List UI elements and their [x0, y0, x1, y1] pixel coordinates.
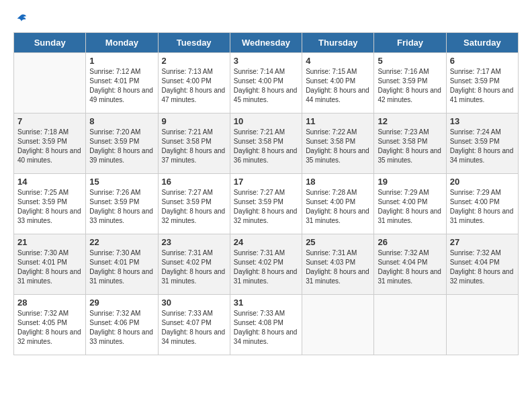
day-info: Sunrise: 7:31 AM Sunset: 4:02 PM Dayligh… [234, 248, 298, 286]
day-number: 27 [450, 237, 515, 247]
calendar-week-row: 7Sunrise: 7:18 AM Sunset: 3:59 PM Daylig… [14, 113, 519, 174]
calendar-day-cell: 14Sunrise: 7:25 AM Sunset: 3:59 PM Dayli… [14, 174, 86, 234]
day-number: 24 [234, 237, 298, 247]
day-number: 26 [378, 237, 442, 247]
calendar-day-cell: 10Sunrise: 7:21 AM Sunset: 3:58 PM Dayli… [230, 113, 302, 174]
day-number: 15 [89, 177, 154, 187]
day-info: Sunrise: 7:31 AM Sunset: 4:03 PM Dayligh… [306, 248, 370, 286]
calendar-day-cell: 26Sunrise: 7:32 AM Sunset: 4:04 PM Dayli… [374, 234, 446, 295]
day-number: 29 [89, 298, 154, 308]
calendar-day-cell: 11Sunrise: 7:22 AM Sunset: 3:58 PM Dayli… [302, 113, 374, 174]
day-number: 14 [17, 177, 82, 187]
day-info: Sunrise: 7:27 AM Sunset: 3:59 PM Dayligh… [234, 188, 298, 226]
day-info: Sunrise: 7:30 AM Sunset: 4:01 PM Dayligh… [89, 248, 154, 286]
day-number: 18 [306, 177, 370, 187]
page-header [13, 13, 519, 26]
day-info: Sunrise: 7:17 AM Sunset: 3:59 PM Dayligh… [450, 67, 515, 105]
calendar-day-cell [446, 295, 518, 355]
day-number: 31 [234, 298, 298, 308]
day-number: 30 [162, 298, 226, 308]
day-number: 9 [162, 116, 226, 126]
calendar-day-cell: 23Sunrise: 7:31 AM Sunset: 4:02 PM Dayli… [158, 234, 230, 295]
day-number: 13 [450, 116, 515, 126]
day-info: Sunrise: 7:20 AM Sunset: 3:59 PM Dayligh… [89, 128, 154, 165]
day-number: 19 [378, 177, 442, 187]
calendar-body: 1Sunrise: 7:12 AM Sunset: 4:01 PM Daylig… [14, 53, 519, 355]
calendar-day-cell: 27Sunrise: 7:32 AM Sunset: 4:04 PM Dayli… [446, 234, 518, 295]
day-info: Sunrise: 7:26 AM Sunset: 3:59 PM Dayligh… [89, 188, 154, 226]
day-info: Sunrise: 7:21 AM Sunset: 3:58 PM Dayligh… [234, 128, 298, 165]
calendar-day-cell: 2Sunrise: 7:13 AM Sunset: 4:00 PM Daylig… [158, 53, 230, 113]
day-number: 7 [17, 116, 82, 126]
day-info: Sunrise: 7:22 AM Sunset: 3:58 PM Dayligh… [306, 128, 370, 165]
day-number: 3 [234, 56, 298, 66]
calendar-day-cell: 12Sunrise: 7:23 AM Sunset: 3:58 PM Dayli… [374, 113, 446, 174]
calendar-day-cell: 7Sunrise: 7:18 AM Sunset: 3:59 PM Daylig… [14, 113, 86, 174]
day-number: 22 [89, 237, 154, 247]
day-number: 10 [234, 116, 298, 126]
calendar-day-cell: 5Sunrise: 7:16 AM Sunset: 3:59 PM Daylig… [374, 53, 446, 113]
calendar-day-cell: 30Sunrise: 7:33 AM Sunset: 4:07 PM Dayli… [158, 295, 230, 355]
day-info: Sunrise: 7:27 AM Sunset: 3:59 PM Dayligh… [162, 188, 226, 226]
calendar-day-cell: 15Sunrise: 7:26 AM Sunset: 3:59 PM Dayli… [86, 174, 158, 234]
day-number: 5 [378, 56, 442, 66]
day-number: 28 [17, 298, 82, 308]
calendar-day-cell [302, 295, 374, 355]
calendar-day-cell: 9Sunrise: 7:21 AM Sunset: 3:58 PM Daylig… [158, 113, 230, 174]
day-number: 8 [89, 116, 154, 126]
calendar-week-row: 14Sunrise: 7:25 AM Sunset: 3:59 PM Dayli… [14, 174, 519, 234]
calendar-day-cell: 25Sunrise: 7:31 AM Sunset: 4:03 PM Dayli… [302, 234, 374, 295]
calendar-day-cell: 6Sunrise: 7:17 AM Sunset: 3:59 PM Daylig… [446, 53, 518, 113]
calendar-day-header: Tuesday [158, 33, 230, 53]
day-number: 17 [234, 177, 298, 187]
calendar-day-header: Sunday [14, 33, 86, 53]
day-info: Sunrise: 7:16 AM Sunset: 3:59 PM Dayligh… [378, 67, 442, 105]
day-info: Sunrise: 7:29 AM Sunset: 4:00 PM Dayligh… [450, 188, 515, 226]
day-number: 2 [162, 56, 226, 66]
calendar-week-row: 28Sunrise: 7:32 AM Sunset: 4:05 PM Dayli… [14, 295, 519, 355]
day-info: Sunrise: 7:28 AM Sunset: 4:00 PM Dayligh… [306, 188, 370, 226]
calendar-day-cell: 17Sunrise: 7:27 AM Sunset: 3:59 PM Dayli… [230, 174, 302, 234]
calendar-header: SundayMondayTuesdayWednesdayThursdayFrid… [14, 33, 519, 53]
calendar-day-cell: 16Sunrise: 7:27 AM Sunset: 3:59 PM Dayli… [158, 174, 230, 234]
day-info: Sunrise: 7:13 AM Sunset: 4:00 PM Dayligh… [162, 67, 226, 105]
calendar-day-header: Saturday [446, 33, 518, 53]
calendar-day-cell: 29Sunrise: 7:32 AM Sunset: 4:06 PM Dayli… [86, 295, 158, 355]
day-info: Sunrise: 7:32 AM Sunset: 4:05 PM Dayligh… [17, 309, 82, 347]
calendar-day-header: Monday [86, 33, 158, 53]
day-info: Sunrise: 7:18 AM Sunset: 3:59 PM Dayligh… [17, 128, 82, 165]
calendar-day-cell: 1Sunrise: 7:12 AM Sunset: 4:01 PM Daylig… [86, 53, 158, 113]
day-number: 23 [162, 237, 226, 247]
calendar-day-cell: 3Sunrise: 7:14 AM Sunset: 4:00 PM Daylig… [230, 53, 302, 113]
day-info: Sunrise: 7:21 AM Sunset: 3:58 PM Dayligh… [162, 128, 226, 165]
day-info: Sunrise: 7:24 AM Sunset: 3:59 PM Dayligh… [450, 128, 515, 165]
day-number: 12 [378, 116, 442, 126]
day-info: Sunrise: 7:25 AM Sunset: 3:59 PM Dayligh… [17, 188, 82, 226]
calendar-day-cell: 24Sunrise: 7:31 AM Sunset: 4:02 PM Dayli… [230, 234, 302, 295]
day-info: Sunrise: 7:30 AM Sunset: 4:01 PM Dayligh… [17, 248, 82, 286]
day-number: 11 [306, 116, 370, 126]
day-info: Sunrise: 7:12 AM Sunset: 4:01 PM Dayligh… [89, 67, 154, 105]
logo [13, 13, 27, 26]
day-info: Sunrise: 7:31 AM Sunset: 4:02 PM Dayligh… [162, 248, 226, 286]
calendar-day-header: Thursday [302, 33, 374, 53]
calendar-day-cell: 13Sunrise: 7:24 AM Sunset: 3:59 PM Dayli… [446, 113, 518, 174]
day-info: Sunrise: 7:32 AM Sunset: 4:04 PM Dayligh… [450, 248, 515, 286]
calendar-day-cell: 18Sunrise: 7:28 AM Sunset: 4:00 PM Dayli… [302, 174, 374, 234]
day-info: Sunrise: 7:32 AM Sunset: 4:04 PM Dayligh… [378, 248, 442, 286]
calendar-week-row: 21Sunrise: 7:30 AM Sunset: 4:01 PM Dayli… [14, 234, 519, 295]
day-number: 20 [450, 177, 515, 187]
day-info: Sunrise: 7:33 AM Sunset: 4:08 PM Dayligh… [234, 309, 298, 347]
calendar-header-row: SundayMondayTuesdayWednesdayThursdayFrid… [14, 33, 519, 53]
day-info: Sunrise: 7:14 AM Sunset: 4:00 PM Dayligh… [234, 67, 298, 105]
calendar-day-cell: 31Sunrise: 7:33 AM Sunset: 4:08 PM Dayli… [230, 295, 302, 355]
day-info: Sunrise: 7:33 AM Sunset: 4:07 PM Dayligh… [162, 309, 226, 347]
day-number: 16 [162, 177, 226, 187]
day-number: 4 [306, 56, 370, 66]
day-number: 6 [450, 56, 515, 66]
calendar-day-cell [374, 295, 446, 355]
calendar-day-cell: 4Sunrise: 7:15 AM Sunset: 4:00 PM Daylig… [302, 53, 374, 113]
day-info: Sunrise: 7:23 AM Sunset: 3:58 PM Dayligh… [378, 128, 442, 165]
calendar-day-cell [14, 53, 86, 113]
day-info: Sunrise: 7:29 AM Sunset: 4:00 PM Dayligh… [378, 188, 442, 226]
